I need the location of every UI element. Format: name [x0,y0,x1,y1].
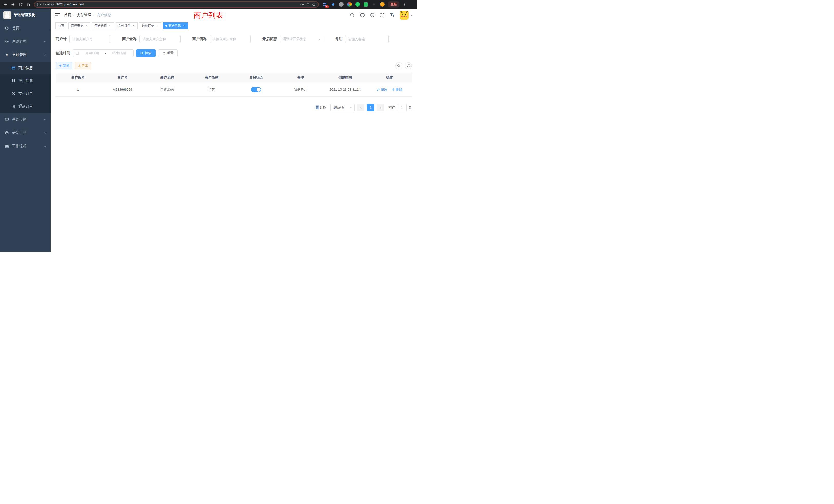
breadcrumb: 首页 / 支付管理 / 商户信息 [64,13,111,18]
close-icon[interactable]: × [108,24,111,27]
table-row: 1 M233666999 芋道源码 芋艿 我是备注 2021-10-23 08:… [56,83,412,97]
full-name-input[interactable] [139,35,180,43]
sidebar-item-label: 商户信息 [19,66,33,70]
col-header: 商户号 [100,73,145,83]
sidebar-item-system[interactable]: 系统管理 [0,35,50,48]
export-button[interactable]: 导出 [75,62,91,69]
col-header: 备注 [278,73,323,83]
sidebar-collapse-icon[interactable] [55,13,60,18]
tab-process-form[interactable]: 流程表单× [68,22,90,29]
create-time-range-picker[interactable]: 开始日期 - 结束日期 [73,49,133,57]
fullscreen-icon[interactable] [380,13,385,18]
password-key-icon[interactable] [300,3,304,6]
font-size-icon[interactable]: TT [390,13,394,17]
prev-page-button[interactable] [357,104,364,111]
gray-circle-extension-icon[interactable] [339,2,344,7]
monitor-icon [5,117,9,122]
help-icon[interactable] [370,13,375,18]
tab-refund-order[interactable]: 退款订单× [139,22,161,29]
close-icon[interactable]: × [85,24,88,27]
col-header: 操作 [368,73,412,83]
bank-card-icon [11,66,16,70]
tab-merchant-info[interactable]: 商户信息× [163,22,188,29]
browser-update-button[interactable]: 更新 [388,1,399,8]
sidebar-item-app-info[interactable]: 应用信息 [0,74,50,87]
url-text[interactable]: localhost:1024/pay/merchant [43,3,84,6]
browser-menu-dots-icon[interactable] [403,2,407,7]
reload-icon[interactable] [19,2,23,7]
sidebar-item-refund-order[interactable]: 退款订单 [0,100,50,113]
chevron-up-icon [44,54,47,56]
page-size-select[interactable]: 10条/页 [330,104,355,111]
gear-icon [5,40,9,44]
briefcase-icon [5,144,9,148]
edit-pencil-icon [377,88,380,91]
sidebar-item-workflow[interactable]: 工作流程 [0,140,50,153]
sidebar-menu: 首页 系统管理 ¥ 支付管理 商户信息 应用信息 [0,22,50,153]
add-button[interactable]: 新增 [56,62,72,69]
water-drop-extension-icon[interactable] [330,2,335,7]
browser-toolbar: localhost:1024/pay/merchant 10 更新 [0,0,417,9]
forward-icon[interactable] [11,2,15,7]
search-button[interactable]: 搜索 [136,49,156,57]
goto-page-input[interactable] [397,104,407,111]
share-icon[interactable] [306,3,310,6]
tab-pay-order[interactable]: 支付订单× [115,22,138,29]
profile-avatar-icon[interactable] [347,2,352,7]
home-icon[interactable] [26,2,30,7]
app-frame: 芋道管理系统 首页 系统管理 ¥ 支付管理 商户信息 [0,9,417,252]
sidebar-item-infrastructure[interactable]: 基础设施 [0,113,50,126]
chevron-down-icon [44,132,47,135]
sidebar-item-home[interactable]: 首页 [0,22,50,35]
sidebar-item-payment[interactable]: ¥ 支付管理 [0,48,50,62]
goto-label: 前往 [389,105,395,110]
toggle-search-button[interactable] [395,62,402,69]
close-icon[interactable]: × [182,24,185,27]
breadcrumb-home[interactable]: 首页 [64,13,71,18]
tab-home[interactable]: 首页 [56,22,67,29]
sidebar-item-devtools[interactable]: 研发工具 [0,126,50,140]
extensions-puzzle-icon[interactable]: 10 [322,2,327,7]
status-select[interactable]: 请选择开启状态 [280,35,323,43]
delete-link[interactable]: 删除 [392,87,402,92]
green-circle-extension-icon[interactable] [355,2,360,7]
col-header: 开启状态 [234,73,278,83]
current-page-button[interactable]: 1 [367,104,374,111]
plus-icon [59,64,62,67]
chevron-down-icon [44,145,47,148]
app-logo[interactable]: 芋道管理系统 [0,9,50,22]
green-square-extension-icon[interactable] [363,2,368,7]
search-icon[interactable] [350,13,355,18]
bookmark-star-icon[interactable] [312,3,316,6]
address-bar[interactable]: localhost:1024/pay/merchant [34,1,319,8]
close-icon[interactable]: × [155,24,159,27]
monkey-extension-icon[interactable] [380,2,385,7]
cell-id: 1 [56,83,100,97]
close-icon[interactable]: × [132,24,135,27]
breadcrumb-payment[interactable]: 支付管理 [77,13,91,18]
chevron-down-icon [350,106,353,109]
goto-suffix: 页 [409,105,412,110]
short-name-input[interactable] [210,35,250,43]
status-toggle[interactable] [251,87,261,92]
remark-input[interactable] [345,35,389,43]
tab-user-group[interactable]: 用户分组× [92,22,114,29]
next-page-button[interactable] [377,104,384,111]
user-menu[interactable] [400,11,412,20]
filter-label: 开启状态 [262,37,277,41]
refresh-table-button[interactable] [405,62,412,69]
filter-row-2: 创建时间 开始日期 - 结束日期 搜索 重置 [56,49,412,57]
table-header: 商户编号 商户号 商户全称 商户简称 开启状态 备注 创建时间 操作 [56,73,412,83]
reset-button[interactable]: 重置 [158,49,178,57]
sidebar-item-pay-order[interactable]: 支付订单 [0,87,50,100]
sidebar-item-merchant-info[interactable]: 商户信息 [0,62,50,74]
github-icon[interactable] [360,13,365,18]
edit-link[interactable]: 修改 [377,87,388,92]
site-info-icon[interactable] [37,3,41,6]
filter-label: 商户全称 [122,37,137,41]
back-icon[interactable] [3,2,7,7]
trash-icon [392,88,395,91]
merchant-no-input[interactable] [69,35,110,43]
navbar-actions: TT [350,11,412,20]
pin-extension-icon[interactable] [372,2,376,7]
